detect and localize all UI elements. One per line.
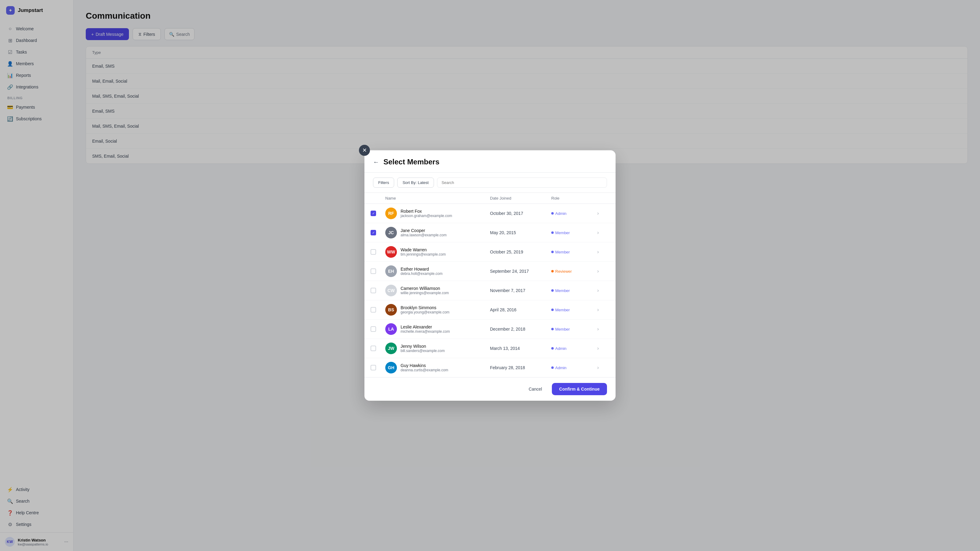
- member-email: deanna.curtis@example.com: [401, 368, 449, 372]
- modal-filters-bar: Filters Sort By: Latest: [364, 173, 616, 193]
- member-checkbox[interactable]: [371, 268, 376, 274]
- role-label: Member: [555, 308, 570, 312]
- role-label: Admin: [555, 365, 566, 370]
- member-email: willie.jennings@example.com: [401, 291, 449, 295]
- member-detail-chevron[interactable]: ›: [597, 268, 609, 274]
- member-avatar: BS: [385, 304, 397, 316]
- member-detail-chevron[interactable]: ›: [597, 249, 609, 255]
- role-badge: Reviewer: [551, 269, 597, 274]
- member-row: JW Jenny Wilson bill.sanders@example.com…: [364, 339, 616, 358]
- member-detail-chevron[interactable]: ›: [597, 307, 609, 313]
- member-date-joined: October 30, 2017: [490, 211, 551, 216]
- member-row: BS Brooklyn Simmons georgia.young@exampl…: [364, 300, 616, 319]
- member-avatar: JW: [385, 343, 397, 354]
- back-button[interactable]: ←: [373, 159, 379, 166]
- member-checkbox[interactable]: ✓: [371, 230, 376, 235]
- role-badge: Member: [551, 308, 597, 312]
- role-badge: Member: [551, 288, 597, 293]
- role-dot: [551, 212, 554, 214]
- member-detail-chevron[interactable]: ›: [597, 230, 609, 235]
- member-name: Brooklyn Simmons: [401, 305, 450, 310]
- role-label: Member: [555, 230, 570, 235]
- member-checkbox[interactable]: [371, 307, 376, 313]
- member-date-joined: April 28, 2016: [490, 307, 551, 312]
- member-checkbox[interactable]: [371, 249, 376, 255]
- member-info: EH Esther Howard debra.holt@example.com: [385, 265, 490, 277]
- member-checkbox[interactable]: ✓: [371, 211, 376, 216]
- member-avatar: RF: [385, 208, 397, 219]
- member-name: Jenny Wilson: [401, 344, 445, 349]
- member-info: CW Cameron Williamson willie.jennings@ex…: [385, 285, 490, 296]
- role-badge: Admin: [551, 365, 597, 370]
- member-detail-chevron[interactable]: ›: [597, 288, 609, 293]
- member-email: alma.lawson@example.com: [401, 233, 447, 237]
- member-date-joined: December 2, 2018: [490, 327, 551, 332]
- member-date-joined: May 20, 2015: [490, 230, 551, 235]
- role-badge: Member: [551, 250, 597, 254]
- role-label: Reviewer: [555, 269, 572, 274]
- member-date-joined: October 25, 2019: [490, 249, 551, 254]
- role-dot: [551, 367, 554, 369]
- role-label: Member: [555, 288, 570, 293]
- col-name-header: Name: [385, 196, 490, 200]
- filters-modal-button[interactable]: Filters: [373, 178, 394, 187]
- modal-header: ← Select Members: [364, 150, 616, 173]
- role-badge: Admin: [551, 211, 597, 216]
- member-row: EH Esther Howard debra.holt@example.com …: [364, 262, 616, 281]
- member-info: LA Leslie Alexander michelle.rivera@exam…: [385, 323, 490, 335]
- role-label: Member: [555, 250, 570, 254]
- modal-footer: Cancel Confirm & Continue: [364, 377, 616, 401]
- role-dot: [551, 270, 554, 272]
- member-email: georgia.young@example.com: [401, 310, 450, 314]
- member-email: debra.holt@example.com: [401, 272, 442, 276]
- col-role-header: Role: [551, 196, 597, 200]
- member-detail-chevron[interactable]: ›: [597, 326, 609, 332]
- member-email: bill.sanders@example.com: [401, 349, 445, 353]
- member-name: Esther Howard: [401, 267, 442, 272]
- role-label: Member: [555, 327, 570, 332]
- role-badge: Admin: [551, 346, 597, 351]
- member-row: GH Guy Hawkins deanna.curtis@example.com…: [364, 358, 616, 377]
- cancel-button[interactable]: Cancel: [522, 384, 548, 395]
- member-checkbox[interactable]: [371, 346, 376, 351]
- member-detail-chevron[interactable]: ›: [597, 211, 609, 216]
- member-avatar: CW: [385, 285, 397, 296]
- member-name: Cameron Williamson: [401, 286, 449, 291]
- member-date-joined: September 24, 2017: [490, 269, 551, 274]
- members-search-input[interactable]: [437, 178, 607, 187]
- member-avatar: JC: [385, 227, 397, 238]
- member-info: RF Robert Fox jackson.graham@example.com: [385, 208, 490, 219]
- member-avatar: LA: [385, 323, 397, 335]
- member-row: LA Leslie Alexander michelle.rivera@exam…: [364, 319, 616, 339]
- member-info: JC Jane Cooper alma.lawson@example.com: [385, 227, 490, 238]
- members-table: Name Date Joined Role ✓ RF Robert Fox ja…: [364, 193, 616, 377]
- member-date-joined: February 28, 2018: [490, 365, 551, 370]
- member-row: CW Cameron Williamson willie.jennings@ex…: [364, 281, 616, 300]
- member-name: Jane Cooper: [401, 228, 447, 233]
- member-email: tim.jennings@example.com: [401, 252, 446, 257]
- member-avatar: EH: [385, 265, 397, 277]
- role-dot: [551, 347, 554, 349]
- role-dot: [551, 308, 554, 311]
- role-label: Admin: [555, 346, 566, 351]
- confirm-continue-button[interactable]: Confirm & Continue: [552, 383, 607, 395]
- role-dot: [551, 328, 554, 330]
- member-detail-chevron[interactable]: ›: [597, 365, 609, 370]
- member-info: GH Guy Hawkins deanna.curtis@example.com: [385, 362, 490, 373]
- role-dot: [551, 232, 554, 234]
- role-badge: Member: [551, 327, 597, 332]
- member-detail-chevron[interactable]: ›: [597, 346, 609, 351]
- member-checkbox[interactable]: [371, 365, 376, 370]
- member-name: Guy Hawkins: [401, 363, 449, 368]
- member-row: ✓ RF Robert Fox jackson.graham@example.c…: [364, 204, 616, 223]
- member-checkbox[interactable]: [371, 288, 376, 293]
- member-row: WW Wade Warren tim.jennings@example.com …: [364, 243, 616, 262]
- role-dot: [551, 289, 554, 292]
- member-info: BS Brooklyn Simmons georgia.young@exampl…: [385, 304, 490, 316]
- members-table-header: Name Date Joined Role: [364, 193, 616, 204]
- member-checkbox[interactable]: [371, 326, 376, 332]
- members-table-body: ✓ RF Robert Fox jackson.graham@example.c…: [364, 204, 616, 377]
- sort-button[interactable]: Sort By: Latest: [397, 178, 434, 187]
- close-modal-button[interactable]: ✕: [359, 145, 370, 156]
- member-email: jackson.graham@example.com: [401, 214, 452, 218]
